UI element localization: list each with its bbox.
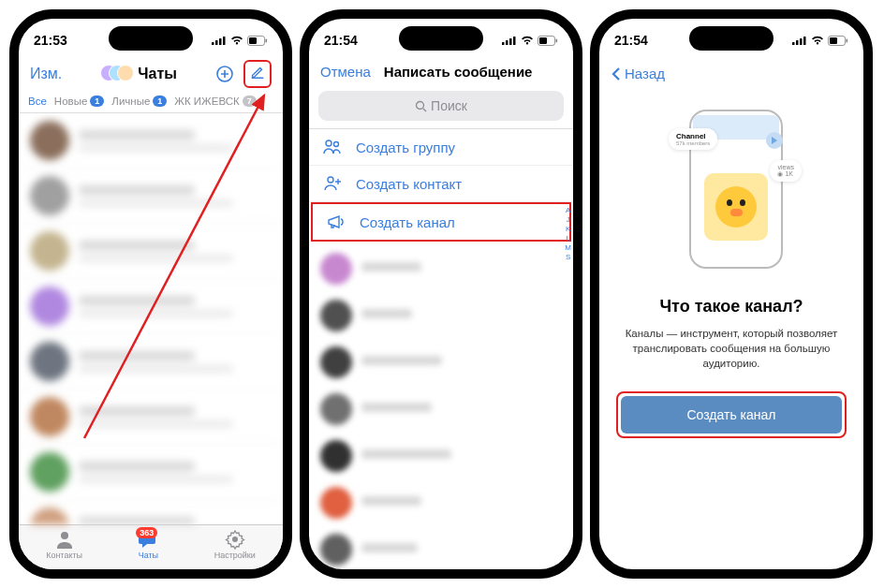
contacts-list[interactable] — [309, 245, 573, 569]
svg-rect-5 — [249, 37, 257, 44]
header: Изм. Чаты — [19, 56, 283, 92]
battery-icon — [538, 36, 558, 46]
intro-description: Каналы — инструмент, который позволяет т… — [622, 326, 841, 371]
illus-views-label: views ◉ 1K — [770, 160, 802, 182]
svg-point-22 — [326, 140, 332, 146]
wifi-icon — [230, 36, 243, 45]
signal-icon — [212, 36, 227, 45]
svg-point-20 — [417, 101, 424, 109]
add-icon[interactable] — [215, 65, 234, 83]
play-icon — [766, 132, 783, 149]
tab-project[interactable]: ЖК ИЖЕВСК7 — [174, 96, 256, 107]
svg-point-11 — [232, 537, 238, 542]
status-icons — [502, 36, 558, 46]
phone-screen-2: 21:54 Отмена Написать сообщение Поиск Со… — [300, 9, 582, 579]
svg-rect-28 — [796, 40, 799, 45]
option-create-contact[interactable]: Создать контакт — [309, 166, 573, 202]
contacts-icon — [53, 529, 76, 550]
battery-icon — [828, 36, 848, 46]
wifi-icon — [521, 36, 534, 45]
svg-rect-15 — [509, 38, 512, 45]
tab-bar: Контакты 363 Чаты Настройки — [19, 524, 283, 569]
svg-rect-30 — [803, 37, 806, 45]
chevron-left-icon — [611, 66, 621, 81]
battery-icon — [247, 36, 268, 46]
group-icon — [322, 139, 343, 155]
notch — [109, 26, 193, 51]
chats-badge: 363 — [136, 527, 157, 538]
contact-icon — [322, 175, 343, 192]
option-create-channel[interactable]: Создать канал — [313, 204, 569, 240]
svg-rect-2 — [219, 38, 222, 45]
index-strip[interactable]: AJKLMS — [565, 206, 571, 261]
illus-channel-label: Channel 57k members — [669, 128, 717, 150]
svg-rect-33 — [847, 38, 848, 42]
back-button[interactable]: Назад — [599, 56, 863, 91]
create-channel-button[interactable]: Создать канал — [621, 396, 842, 434]
folder-avatars — [100, 65, 134, 83]
illustration: Channel 57k members views ◉ 1K — [599, 91, 863, 297]
tabbar-contacts[interactable]: Контакты — [46, 529, 82, 560]
tabbar-settings[interactable]: Настройки — [214, 529, 256, 560]
status-time: 21:54 — [324, 33, 358, 48]
edit-button[interactable]: Изм. — [30, 66, 62, 82]
svg-line-21 — [423, 109, 426, 111]
tab-new[interactable]: Новые1 — [54, 96, 105, 107]
status-time: 21:54 — [614, 33, 648, 48]
svg-rect-14 — [506, 40, 508, 45]
svg-rect-27 — [792, 42, 795, 45]
svg-point-24 — [328, 177, 333, 183]
svg-rect-18 — [539, 37, 547, 44]
status-time: 21:53 — [34, 33, 67, 48]
options: Создать группу Создать контакт Создать к… — [309, 128, 573, 242]
svg-rect-6 — [266, 38, 268, 42]
search-icon — [415, 100, 427, 112]
header-title: Написать сообщение — [384, 64, 533, 80]
status-icons — [792, 36, 848, 46]
svg-rect-19 — [556, 38, 558, 42]
notch — [689, 26, 774, 51]
svg-point-10 — [61, 532, 68, 539]
svg-rect-32 — [830, 37, 837, 44]
duck-icon — [704, 173, 768, 241]
search-input[interactable]: Поиск — [318, 91, 564, 121]
signal-icon — [502, 36, 517, 45]
folder-tabs: Все Новые1 Личные1 ЖК ИЖЕВСК7 — [19, 92, 283, 113]
tabbar-chats[interactable]: 363 Чаты — [137, 529, 159, 560]
tab-all[interactable]: Все — [28, 96, 47, 107]
compose-highlight — [243, 60, 272, 88]
cta-highlight: Создать канал — [616, 391, 847, 438]
option-create-group[interactable]: Создать группу — [309, 129, 573, 166]
megaphone-icon — [326, 213, 346, 230]
svg-rect-3 — [223, 37, 226, 45]
svg-rect-16 — [513, 37, 516, 45]
svg-rect-13 — [502, 42, 505, 45]
svg-rect-0 — [212, 42, 214, 45]
status-icons — [212, 36, 268, 46]
wifi-icon — [811, 36, 824, 45]
header: Отмена Написать сообщение — [309, 56, 573, 87]
intro-heading: Что такое канал? — [622, 297, 841, 316]
tab-personal[interactable]: Личные1 — [111, 96, 167, 107]
notch — [399, 26, 483, 51]
header-title: Чаты — [100, 65, 177, 83]
svg-rect-29 — [800, 38, 803, 45]
compose-icon[interactable] — [249, 64, 266, 81]
intro-text: Что такое канал? Каналы — инструмент, ко… — [599, 297, 863, 371]
settings-icon — [224, 529, 246, 550]
svg-point-23 — [334, 142, 339, 147]
phone-screen-3: 21:54 Назад Channel 57k members — [590, 9, 873, 579]
phone-screen-1: 21:53 Изм. Чаты Все Новые1 — [9, 9, 292, 579]
chat-list[interactable] — [19, 113, 283, 524]
cancel-button[interactable]: Отмена — [320, 64, 371, 80]
signal-icon — [792, 36, 807, 45]
svg-rect-1 — [215, 40, 218, 45]
